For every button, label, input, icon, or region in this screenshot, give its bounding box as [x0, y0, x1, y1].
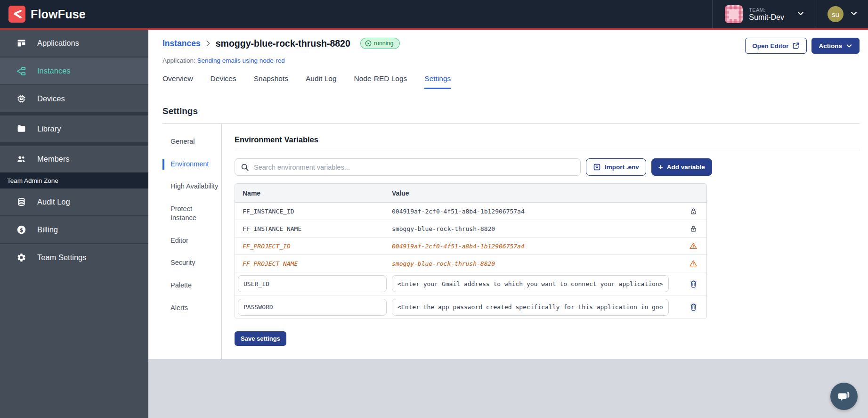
sidebar-item-label: Devices	[37, 94, 65, 103]
table-row: FF_PROJECT_NAME smoggy-blue-rock-thrush-…	[235, 255, 706, 272]
top-bar: FlowFuse TEAM: Sumit-Dev su	[0, 0, 868, 28]
open-editor-label: Open Editor	[752, 42, 788, 49]
warning-icon	[689, 259, 698, 268]
subnav-environment[interactable]: Environment	[162, 159, 221, 170]
env-search-input[interactable]	[254, 164, 575, 171]
external-link-icon	[792, 42, 800, 49]
sidebar-item-team-settings[interactable]: Team Settings	[0, 244, 148, 271]
env-var-name-input[interactable]	[238, 299, 387, 316]
subnav-high-availability[interactable]: High Availability	[162, 181, 221, 192]
devices-icon	[16, 94, 26, 104]
save-settings-button[interactable]: Save settings	[235, 331, 286, 346]
plus-icon: +	[658, 163, 663, 172]
subnav-alerts[interactable]: Alerts	[162, 303, 221, 314]
delete-variable-button[interactable]	[680, 280, 706, 288]
applications-icon	[16, 38, 26, 49]
team-selector[interactable]: TEAM: Sumit-Dev	[712, 0, 817, 28]
chevron-down-icon	[846, 42, 852, 49]
page-footer-area	[148, 359, 868, 418]
sidebar-item-label: Team Settings	[37, 253, 87, 262]
breadcrumb-instances-link[interactable]: Instances	[162, 39, 201, 49]
status-text: running	[374, 40, 394, 47]
subnav-general[interactable]: General	[162, 136, 221, 148]
column-value: Value	[392, 189, 680, 197]
env-var-value: 004919af-2cf0-4f51-a8b4-1b12906757a4	[392, 208, 680, 215]
env-var-name: FF_PROJECT_ID	[235, 243, 392, 250]
env-var-value: 004919af-2cf0-4f51-a8b4-1b12906757a4	[392, 243, 680, 250]
add-variable-label: Add variable	[667, 164, 705, 171]
sidebar-item-instances[interactable]: Instances	[0, 57, 148, 84]
trash-icon	[690, 280, 698, 288]
sidebar-item-members[interactable]: Members	[0, 146, 148, 172]
add-variable-button[interactable]: + Add variable	[651, 158, 712, 176]
play-circle-icon	[365, 40, 372, 47]
table-row: FF_PROJECT_ID 004919af-2cf0-4f51-a8b4-1b…	[235, 238, 706, 255]
env-var-value: smoggy-blue-rock-thrush-8820	[392, 225, 680, 232]
sidebar-item-label: Members	[37, 155, 70, 164]
flowfuse-logo-icon	[8, 6, 25, 23]
sidebar-item-billing[interactable]: $ Billing	[0, 216, 148, 243]
tab-audit-log[interactable]: Audit Log	[306, 74, 337, 89]
chat-widget-button[interactable]	[830, 383, 858, 410]
tab-settings[interactable]: Settings	[424, 74, 451, 89]
env-var-name: FF_PROJECT_NAME	[235, 260, 392, 267]
subnav-security[interactable]: Security	[162, 257, 221, 269]
sidebar-item-label: Audit Log	[37, 197, 70, 206]
env-variables-table: Name Value FF_INSTANCE_ID 004919af-2cf0-…	[235, 183, 707, 319]
chevron-down-icon	[797, 9, 804, 19]
lock-icon	[690, 207, 698, 215]
import-env-button[interactable]: Import .env	[586, 158, 646, 176]
warning-icon	[689, 242, 698, 250]
sidebar: Applications Instances Devices	[0, 30, 148, 418]
flowfuse-logo[interactable]: FlowFuse	[0, 6, 86, 23]
open-editor-button[interactable]: Open Editor	[745, 38, 807, 54]
table-header: Name Value	[235, 184, 706, 203]
subnav-palette[interactable]: Palette	[162, 280, 221, 291]
team-avatar	[725, 5, 743, 23]
env-var-value-input[interactable]	[392, 299, 669, 316]
instances-icon	[16, 66, 26, 76]
table-row: FF_INSTANCE_NAME smoggy-blue-rock-thrush…	[235, 220, 706, 238]
actions-label: Actions	[819, 42, 842, 49]
settings-title: Settings	[162, 106, 860, 116]
subnav-editor[interactable]: Editor	[162, 235, 221, 246]
breadcrumb: Instances smoggy-blue-rock-thrush-8820 r…	[162, 38, 400, 49]
tab-devices[interactable]: Devices	[211, 74, 236, 89]
env-var-name-input[interactable]	[238, 275, 387, 292]
actions-button[interactable]: Actions	[811, 38, 860, 54]
tab-snapshots[interactable]: Snapshots	[254, 74, 288, 89]
env-var-name: FF_INSTANCE_ID	[235, 208, 392, 215]
table-row: FF_INSTANCE_ID 004919af-2cf0-4f51-a8b4-1…	[235, 203, 706, 220]
env-var-value-input[interactable]	[392, 275, 669, 292]
sidebar-item-applications[interactable]: Applications	[0, 30, 148, 57]
user-menu[interactable]: su	[817, 0, 868, 28]
tab-overview[interactable]: Overview	[162, 74, 193, 89]
sidebar-item-audit-log[interactable]: Audit Log	[0, 189, 148, 215]
sidebar-item-label: Applications	[37, 39, 79, 48]
table-row	[235, 272, 706, 295]
env-search[interactable]	[235, 158, 581, 176]
tab-node-red-logs[interactable]: Node-RED Logs	[354, 74, 407, 89]
instance-tabs: Overview Devices Snapshots Audit Log Nod…	[162, 74, 860, 89]
sidebar-item-label: Billing	[37, 225, 58, 234]
status-badge: running	[360, 38, 400, 49]
divider	[0, 142, 148, 146]
import-env-label: Import .env	[605, 164, 639, 171]
env-variables-title: Environment Variables	[235, 135, 860, 150]
sidebar-item-devices[interactable]: Devices	[0, 85, 148, 112]
subnav-protect-instance[interactable]: Protect Instance	[162, 204, 221, 224]
chevron-right-icon	[205, 40, 211, 47]
search-icon	[241, 163, 249, 172]
team-name: Sumit-Dev	[749, 13, 784, 22]
sidebar-item-library[interactable]: Library	[0, 115, 148, 142]
gear-icon	[16, 253, 26, 263]
import-file-icon	[593, 163, 601, 171]
application-link[interactable]: Sending emails using node-red	[197, 57, 285, 64]
trash-icon	[690, 303, 698, 311]
delete-variable-button[interactable]	[680, 303, 706, 311]
members-icon	[16, 154, 26, 164]
column-name: Name	[235, 189, 392, 197]
brand-name: FlowFuse	[31, 8, 86, 21]
audit-log-icon	[16, 197, 26, 207]
sidebar-item-label: Library	[37, 124, 61, 133]
